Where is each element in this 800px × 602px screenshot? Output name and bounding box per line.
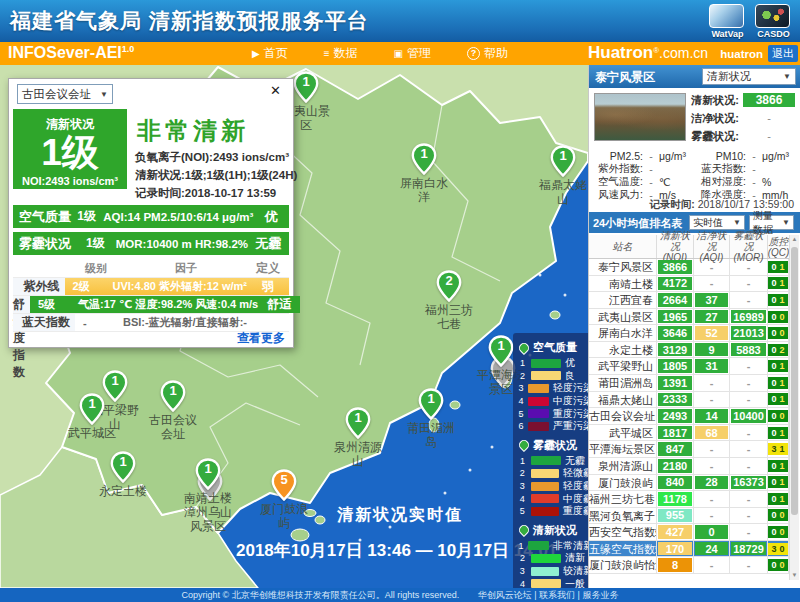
row-noi-value: 2180 (658, 459, 692, 473)
row-noi-value: 8 (658, 558, 692, 572)
table-row[interactable]: 五缘空气指数站 170 24 18729 30 (589, 541, 789, 558)
row-aqi-value: 14 (695, 409, 728, 423)
legend-color-swatch (531, 456, 561, 465)
col-mor: 雾霾状况 (730, 230, 767, 252)
row-qc-badge: 01 (768, 493, 787, 505)
legend-item-number: 1 (518, 456, 527, 466)
station-photo (594, 93, 686, 141)
nav-item-label: 帮助 (484, 45, 508, 62)
table-row[interactable]: 武平梁野山 1805 31 - 01 (589, 358, 789, 375)
table-scrollbar[interactable]: ▲ ▼ (789, 235, 799, 580)
legend-item-label: 重度霾 (563, 504, 588, 518)
row-station-name: 福州三坊七巷 (589, 491, 657, 508)
index-table-row: 紫外线指数 2级 UVI:4.80 紫外辐射:12 w/m² 弱 (13, 278, 289, 296)
col-qc: 质控 (769, 236, 789, 247)
row-qc-badge: 00 (768, 526, 787, 538)
scrollbar-thumb[interactable] (791, 247, 798, 515)
marker-level-number: 1 (293, 74, 319, 89)
table-row[interactable]: 武夷山景区 1965 27 16989 00 (589, 309, 789, 326)
legend-group-title: 雾霾状况 (533, 438, 577, 453)
row-station-name: 黑河负氧离子 (589, 508, 657, 525)
marker-station-label: 古田会议 会址 (135, 413, 211, 441)
table-row[interactable]: 黑河负氧离子 955 - - 00 (589, 508, 789, 525)
marker-level-number: 1 (411, 146, 437, 161)
band-level: 1级 (86, 235, 116, 252)
stat-value: 3866 (743, 93, 795, 107)
footer-links[interactable]: 华创风云论坛 | 联系我们 | 服务业务 (478, 590, 619, 600)
top-header: 福建省气象局 清新指数预报服务平台 WatVap CASDO (0, 0, 800, 42)
legend-item-number: 1 (518, 541, 524, 551)
table-row[interactable]: 武平城区 1817 68 - 01 (589, 425, 789, 442)
legend-item-number: 2 (518, 553, 527, 563)
table-row[interactable]: 西安空气指数站 427 0 - 00 (589, 524, 789, 541)
logout-button[interactable]: 退出 (768, 45, 798, 62)
marker-station-label: 福州三坊 七巷 (411, 303, 487, 331)
stat-value: - (743, 130, 795, 142)
legend-color-swatch (528, 397, 549, 406)
index-table-header: 级别 因子 定义 (13, 260, 289, 278)
row-station-name: 平潭海坛景区 (589, 441, 657, 458)
legend-item-number: 3 (518, 566, 527, 576)
metric-label: PM10: (694, 150, 746, 162)
row-mor-value: - (731, 376, 766, 390)
fresh-description: 非常清新 (137, 115, 249, 147)
map[interactable]: 清新状况实时值 2018年10月17日 13:46 — 10月17日 14:01… (0, 65, 588, 588)
metric-unit: ℃ (659, 176, 671, 188)
ranking-table-header: 站名 清新状况(NOI) 洁净状况(AQI) 雾霾状况(MOR) 质控(QC) (589, 235, 789, 259)
metric-item: PM10: - μg/m³ (694, 149, 797, 162)
nav-menu-item[interactable]: ≡ 数据 (324, 45, 358, 62)
scroll-down-icon[interactable]: ▼ (790, 571, 799, 580)
value-type-select[interactable]: 实时值 ▼ (689, 215, 745, 230)
nav-menu-item[interactable]: ? 帮助 (467, 45, 508, 62)
row-mor-value: 5883 (731, 343, 766, 357)
table-row[interactable]: 江西宜春 2664 37 - 01 (589, 292, 789, 309)
username: huatron (720, 48, 763, 60)
nav-item-label: 数据 (334, 45, 358, 62)
panel-metric-select[interactable]: 清新状况 ▼ (702, 68, 796, 85)
legend-item: 3 较清新 (513, 565, 588, 578)
user-area: huatron 退出 (720, 45, 798, 62)
scroll-up-icon[interactable]: ▲ (790, 235, 799, 244)
station-select[interactable]: 古田会议会址 ▼ (17, 84, 113, 104)
table-row[interactable]: 莆田湄洲岛 1391 - - 01 (589, 375, 789, 392)
table-row[interactable]: 古田会议会址 2493 14 10400 00 (589, 408, 789, 425)
table-row[interactable]: 福州三坊七巷 1178 - - 01 (589, 491, 789, 508)
legend-color-swatch (531, 482, 559, 491)
stat-row: 雾霾状况: - (687, 127, 797, 145)
row-aqi-value: - (695, 277, 728, 291)
table-row[interactable]: 南靖土楼 4172 - - 01 (589, 276, 789, 293)
row-station-name: 南靖土楼 (589, 276, 657, 293)
row-aqi-value: 52 (695, 326, 728, 340)
row-mor-value: - (731, 277, 766, 291)
nav-menu-item[interactable]: ▣ 管理 (394, 45, 431, 62)
marker-level-number: 1 (160, 383, 186, 398)
table-row[interactable]: 平潭海坛景区 847 - - 31 (589, 441, 789, 458)
legend-group-haze: 雾霾状况 1 无霾 2 轻微霾 3 轻度霾 4 中度 (513, 436, 588, 518)
row-noi-value: 3129 (658, 343, 692, 357)
table-row[interactable]: 泰宁风景区 3866 - - 01 (589, 259, 789, 276)
row-mor-value: - (731, 459, 766, 473)
stat-row: 洁净状况: - (687, 109, 797, 127)
metric-item: 空气温度: - ℃ (591, 175, 694, 188)
casdo-logo[interactable]: CASDO (755, 4, 792, 39)
table-row[interactable]: 福鼎太姥山 2333 - - 01 (589, 392, 789, 409)
table-row[interactable]: 屏南白水洋 3646 52 21013 00 (589, 325, 789, 342)
legend-item: 4 一般 (513, 577, 588, 588)
watvap-logo[interactable]: WatVap (709, 4, 746, 39)
row-mor-value: 21013 (731, 326, 766, 340)
legend-item: 3 轻度霾 (513, 480, 588, 493)
table-row[interactable]: 厦门鼓浪屿怡派 8 - - 00 (589, 557, 789, 574)
row-mor-value: - (731, 393, 766, 407)
row-station-name: 屏南白水洋 (589, 325, 657, 342)
table-row[interactable]: 厦门鼓浪屿 840 28 16373 01 (589, 475, 789, 492)
data-type-select[interactable]: 测量数据 ▼ (749, 215, 794, 230)
nav-menu-item[interactable]: ▶ 首页 (252, 45, 288, 62)
table-row[interactable]: 泉州清源山 2180 - - 01 (589, 458, 789, 475)
table-row[interactable]: 永定土楼 3129 9 5883 02 (589, 342, 789, 359)
view-more-link[interactable]: 查看更多 (237, 330, 285, 347)
row-mor-value: 18729 (731, 542, 766, 556)
close-icon[interactable]: ✕ (270, 83, 281, 98)
huatron-logo[interactable]: Huatron®.com.cn (588, 43, 708, 63)
nav-item-label: 首页 (264, 45, 288, 62)
nav-item-icon: ≡ (324, 48, 330, 60)
